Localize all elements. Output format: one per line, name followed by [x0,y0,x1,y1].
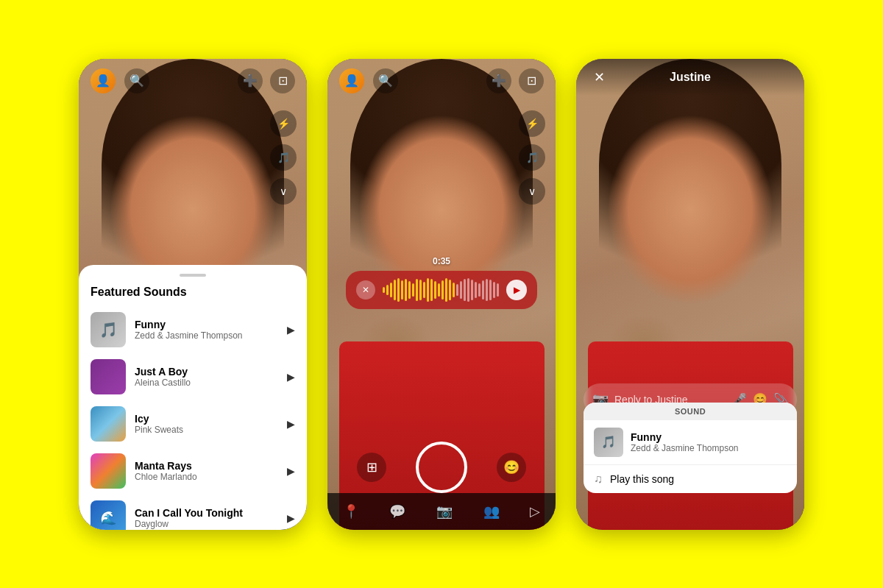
song-item-funny[interactable]: 🎵 Funny Zedd & Jasmine Thompson ▶ [79,306,307,353]
waveform-play-btn[interactable]: ▶ [506,280,527,300]
record-btn[interactable] [416,442,467,493]
phone-3: ✕ Justine 📷 Reply to Justine 🎤 😊 📎 SOUND… [576,59,804,530]
play-btn-manta[interactable]: ▶ [287,465,295,477]
phone-1: 👤 🔍 ➕ ⊡ ⚡ 🎵 ∨ Featured Sounds 🎵 Funny [79,59,307,530]
add-friend-btn-1[interactable]: ➕ [238,68,263,93]
right-icons-1: ⚡ 🎵 ∨ [270,110,297,205]
sound-song-thumb: 🎵 [594,428,623,457]
thumb-icy [91,406,126,442]
flash-btn-2[interactable]: ⚡ [519,110,545,137]
song-artist-callyou: Dayglow [135,519,278,529]
phone3-header: ✕ Justine [576,59,804,96]
song-title-manta: Manta Rays [135,460,278,472]
location-nav-icon[interactable]: 📍 [343,503,359,520]
song-artist-manta: Chloe Marlando [135,472,278,482]
search-btn-2[interactable]: 🔍 [373,68,398,93]
stories-nav-icon[interactable]: ▷ [530,503,540,520]
effects-btn[interactable]: ⊞ [357,453,386,482]
top-bar-2: 👤 🔍 ➕ ⊡ [327,59,556,103]
waveform-visual [383,278,499,302]
thumb-justboy [91,359,126,394]
avatar-2[interactable]: 👤 [339,68,364,93]
waveform-bar: ✕ ▶ [346,271,537,309]
story-username: Justine [617,71,763,84]
time-display: 0:35 [346,256,537,266]
play-btn-funny[interactable]: ▶ [287,324,295,336]
play-btn-icy[interactable]: ▶ [287,418,295,430]
music-btn-2[interactable]: 🎵 [519,144,545,171]
song-item-icy[interactable]: Icy Pink Sweats ▶ [79,400,307,447]
song-item-justboy[interactable]: Just A Boy Aleina Castillo ▶ [79,353,307,400]
music-note-icon: ♫ [594,472,603,486]
chevron-down-btn-1[interactable]: ∨ [270,178,297,205]
search-btn-1[interactable]: 🔍 [124,68,149,93]
sound-song-row: 🎵 Funny Zedd & Jasmine Thompson [584,420,797,464]
bottom-record-bar: ⊞ 😊 [327,442,556,493]
chat-nav-icon[interactable]: 💬 [389,503,405,520]
add-friend-btn-2[interactable]: ➕ [486,68,511,93]
sound-popup: SOUND 🎵 Funny Zedd & Jasmine Thompson ♫ … [584,403,797,493]
emoji-btn[interactable]: 😊 [497,453,526,482]
chevron-down-btn-2[interactable]: ∨ [519,178,545,205]
sound-song-artist: Zedd & Jasmine Thompson [631,443,787,453]
song-item-manta[interactable]: Manta Rays Chloe Marlando ▶ [79,447,307,495]
sound-label: SOUND [584,403,797,420]
play-btn-justboy[interactable]: ▶ [287,371,295,383]
panel-title: Featured Sounds [79,286,307,306]
main-container: 👤 🔍 ➕ ⊡ ⚡ 🎵 ∨ Featured Sounds 🎵 Funny [64,44,819,545]
phone-2: 👤 🔍 ➕ ⊡ ⚡ 🎵 ∨ 0:35 ✕ ▶ ⊞ [327,59,556,530]
song-title-justboy: Just A Boy [135,366,278,378]
song-item-callyou[interactable]: 🌊 Can I Call You Tonight Dayglow ▶ [79,495,307,530]
right-icons-2: ⚡ 🎵 ∨ [519,110,545,205]
music-btn-1[interactable]: 🎵 [270,144,297,171]
thumb-callyou: 🌊 [91,500,126,530]
play-song-label: Play this song [610,473,674,485]
waveform-close-btn[interactable]: ✕ [356,280,375,300]
close-story-btn[interactable]: ✕ [588,66,610,88]
song-artist-justboy: Aleina Castillo [135,378,278,388]
panel-handle [180,274,206,277]
sound-song-title: Funny [631,431,787,443]
camera-nav-icon[interactable]: 📷 [436,503,453,520]
play-btn-callyou[interactable]: ▶ [287,512,295,524]
song-title-icy: Icy [135,413,278,425]
flip-camera-btn-1[interactable]: ⊡ [270,68,295,93]
bottom-nav-2: 📍 💬 📷 👥 ▷ [327,493,556,530]
top-bar-1: 👤 🔍 ➕ ⊡ [79,59,307,103]
waveform-overlay: 0:35 ✕ ▶ [346,256,537,309]
song-title-callyou: Can I Call You Tonight [135,507,278,519]
song-title-funny: Funny [135,319,278,330]
friends-nav-icon[interactable]: 👥 [483,503,500,520]
flash-btn-1[interactable]: ⚡ [270,110,297,137]
avatar-1[interactable]: 👤 [91,68,116,93]
flip-camera-btn-2[interactable]: ⊡ [519,68,544,93]
song-artist-funny: Zedd & Jasmine Thompson [135,330,278,341]
song-artist-icy: Pink Sweats [135,425,278,435]
play-song-row[interactable]: ♫ Play this song [584,464,797,493]
thumb-manta [91,453,126,489]
sounds-panel: Featured Sounds 🎵 Funny Zedd & Jasmine T… [79,265,307,530]
thumb-funny: 🎵 [91,312,126,347]
